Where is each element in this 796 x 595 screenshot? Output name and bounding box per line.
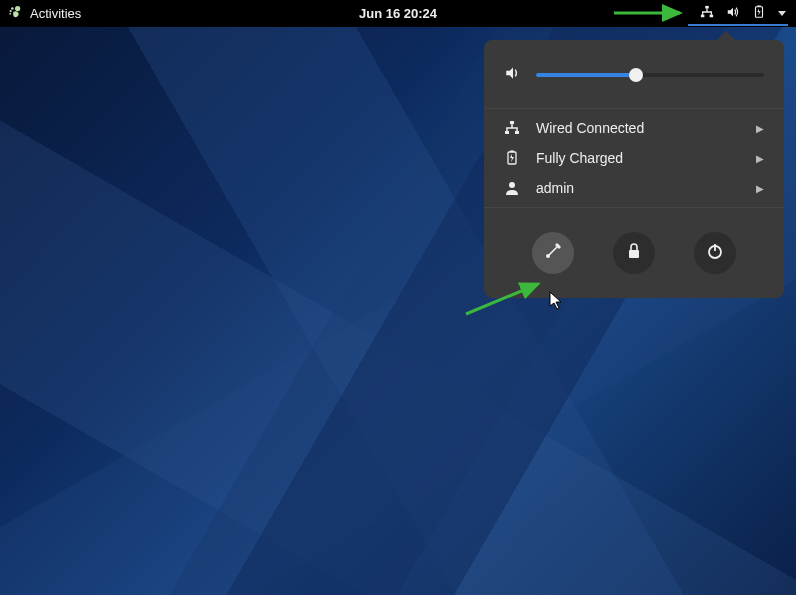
clock[interactable]: Jun 16 20:24 <box>359 6 437 21</box>
svg-rect-4 <box>705 6 709 9</box>
svg-point-3 <box>9 13 11 15</box>
activities-button[interactable]: Activities <box>30 6 81 21</box>
user-icon <box>504 180 520 196</box>
gnome-foot-icon <box>8 5 22 22</box>
volume-slider-fill <box>536 73 636 77</box>
svg-rect-10 <box>505 131 509 134</box>
chevron-down-icon <box>778 11 786 16</box>
menu-item-battery[interactable]: Fully Charged ▶ <box>484 143 784 173</box>
svg-point-2 <box>10 10 12 12</box>
network-wired-icon <box>700 5 714 22</box>
menu-item-network[interactable]: Wired Connected ▶ <box>484 113 784 143</box>
lock-icon <box>625 242 643 264</box>
volume-icon <box>726 5 740 22</box>
menu-item-label: Wired Connected <box>536 120 740 136</box>
network-wired-icon <box>504 120 520 136</box>
lock-button[interactable] <box>613 232 655 274</box>
svg-rect-16 <box>629 250 639 258</box>
menu-divider <box>484 207 784 208</box>
menu-item-user[interactable]: admin ▶ <box>484 173 784 203</box>
settings-tools-icon <box>544 242 562 264</box>
svg-point-14 <box>509 182 515 188</box>
svg-rect-11 <box>515 131 519 134</box>
volume-slider-row[interactable] <box>484 56 784 104</box>
svg-rect-6 <box>710 15 714 18</box>
svg-rect-8 <box>757 5 761 6</box>
system-menu-popover: Wired Connected ▶ Fully Charged ▶ admin … <box>484 40 784 298</box>
chevron-right-icon: ▶ <box>756 123 764 134</box>
battery-icon <box>752 5 766 22</box>
popover-arrow <box>716 31 736 41</box>
battery-full-icon <box>504 150 520 166</box>
svg-point-0 <box>15 6 20 11</box>
settings-button[interactable] <box>532 232 574 274</box>
svg-point-1 <box>11 7 14 10</box>
menu-divider <box>484 108 784 109</box>
power-button[interactable] <box>694 232 736 274</box>
menu-item-label: admin <box>536 180 740 196</box>
system-status-area[interactable] <box>700 5 796 22</box>
svg-rect-5 <box>701 15 705 18</box>
speaker-icon <box>504 64 522 86</box>
svg-rect-13 <box>510 151 514 153</box>
action-button-row <box>484 212 784 282</box>
chevron-right-icon: ▶ <box>756 153 764 164</box>
volume-slider-thumb[interactable] <box>629 68 643 82</box>
chevron-right-icon: ▶ <box>756 183 764 194</box>
active-indicator-underline <box>688 24 788 26</box>
power-icon <box>706 242 724 264</box>
volume-slider[interactable] <box>536 73 764 77</box>
svg-rect-9 <box>510 121 514 124</box>
svg-point-15 <box>546 254 550 258</box>
top-bar: Activities Jun 16 20:24 <box>0 0 796 27</box>
menu-item-label: Fully Charged <box>536 150 740 166</box>
